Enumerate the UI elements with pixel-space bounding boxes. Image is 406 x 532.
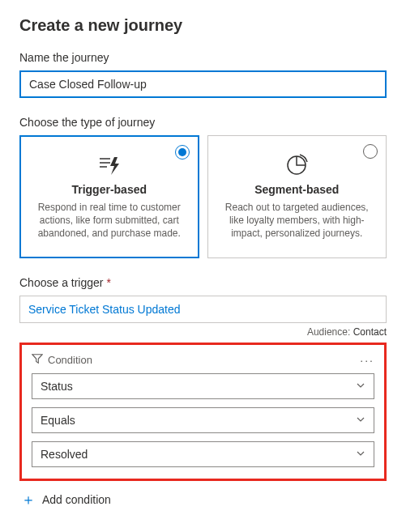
journey-name-input[interactable] <box>19 70 387 98</box>
condition-block: Condition ··· Status Equals Resolved <box>19 343 387 481</box>
chevron-down-icon <box>356 448 365 461</box>
type-label: Choose the type of journey <box>19 116 387 129</box>
condition-operator-select[interactable]: Equals <box>32 407 374 433</box>
add-condition-button[interactable]: ＋ Add condition <box>19 489 387 510</box>
condition-field-select[interactable]: Status <box>32 373 374 399</box>
condition-value-select[interactable]: Resolved <box>32 441 374 467</box>
type-card-segment[interactable]: Segment-based Reach out to targeted audi… <box>207 135 387 258</box>
type-card-trigger[interactable]: Trigger-based Respond in real time to cu… <box>19 135 199 258</box>
radio-icon <box>363 144 378 159</box>
card-desc: Respond in real time to customer actions… <box>30 201 189 240</box>
trigger-input[interactable]: Service Ticket Status Updated <box>19 296 387 323</box>
card-desc: Reach out to targeted audiences, like lo… <box>218 201 377 240</box>
card-title: Segment-based <box>218 183 377 196</box>
audience-label: Audience: Contact <box>19 326 387 338</box>
filter-icon <box>32 353 43 367</box>
more-icon[interactable]: ··· <box>360 354 374 367</box>
pie-chart-icon <box>284 154 310 177</box>
name-label: Name the journey <box>19 51 387 64</box>
trigger-label: Choose a trigger * <box>19 276 387 289</box>
chevron-down-icon <box>356 380 365 393</box>
condition-label: Condition <box>48 354 92 366</box>
card-title: Trigger-based <box>30 183 189 196</box>
page-title: Create a new journey <box>19 16 387 35</box>
plus-icon: ＋ <box>21 492 36 507</box>
radio-icon <box>175 145 190 160</box>
chevron-down-icon <box>356 414 365 427</box>
lightning-icon <box>96 154 122 177</box>
